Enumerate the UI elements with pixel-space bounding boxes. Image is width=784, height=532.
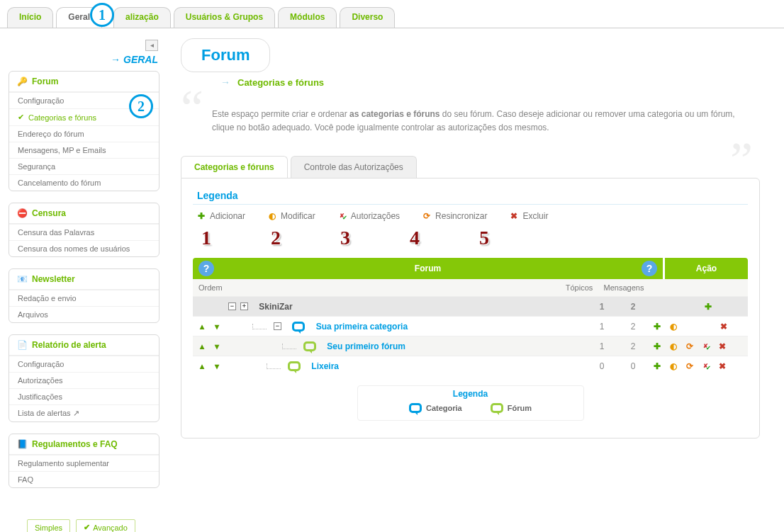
- edit-icon[interactable]: [668, 361, 678, 371]
- sidebar-forum-title: Forum: [32, 77, 58, 86]
- move-up-icon[interactable]: [196, 321, 207, 332]
- move-down-icon[interactable]: [211, 341, 222, 351]
- intro-text-b: as categorias e fóruns: [349, 109, 439, 119]
- legend-add: Adicionar: [196, 210, 245, 221]
- resync-icon: [421, 210, 432, 221]
- tab-personalizacao[interactable]: alização: [113, 7, 171, 28]
- sidebar-item-regulamento[interactable]: Regulamento suplementar: [9, 455, 159, 471]
- row-name[interactable]: SkiniZar: [259, 302, 292, 312]
- ctab-categorias[interactable]: Categorias e fóruns: [181, 156, 288, 178]
- legend-resync: Resincronizar: [421, 210, 487, 221]
- quote-open-icon: “: [181, 94, 203, 124]
- mode-avancado-button[interactable]: ✔Avançado: [76, 519, 135, 532]
- sidebar-item-seguranca[interactable]: Segurança: [9, 158, 159, 174]
- sidebar-geral-link[interactable]: GERAL: [9, 54, 158, 65]
- row-msgs: 2: [617, 298, 649, 316]
- tab-modulos[interactable]: Módulos: [278, 7, 337, 28]
- mode-avancado-label: Avançado: [93, 523, 128, 532]
- col-ordem-label: Ordem: [193, 279, 405, 296]
- quote-close-icon: ”: [730, 145, 753, 176]
- sidebar-item-palavras[interactable]: Censura das Palavras: [9, 224, 159, 240]
- col-topicos-label: Tópicos: [559, 279, 599, 296]
- sidebar-item-rel-config[interactable]: Configuração: [9, 356, 159, 372]
- edit-icon: [267, 210, 277, 221]
- move-up-icon[interactable]: [196, 361, 207, 371]
- tree-expand-icon[interactable]: +: [240, 302, 248, 310]
- sidebar-item-cancelamento[interactable]: Cancelamento do fórum: [9, 174, 159, 191]
- sidebar-item-faq[interactable]: FAQ: [9, 471, 159, 487]
- forum-table-subhead: Ordem Tópicos Mensagens: [193, 279, 748, 296]
- bottom-legend-title: Legenda: [365, 389, 576, 399]
- sidebar-faq-title: Regulamentos e FAQ: [32, 439, 118, 449]
- delete-icon[interactable]: [717, 341, 727, 351]
- mode-simples-button[interactable]: Simples: [27, 519, 70, 532]
- tab-usuarios-grupos[interactable]: Usuários & Grupos: [174, 7, 275, 28]
- annotation-badge-1: 1: [90, 3, 114, 27]
- tree-collapse-icon[interactable]: −: [228, 302, 236, 310]
- sidebar-item-rel-lista[interactable]: Lista de alertas ↗: [9, 404, 159, 421]
- add-icon[interactable]: [651, 321, 662, 332]
- auth-icon[interactable]: [700, 341, 711, 351]
- legend-edit-label: Modificar: [281, 211, 315, 221]
- tab-diverso[interactable]: Diverso: [340, 7, 395, 28]
- ctab-autorizacoes[interactable]: Controle das Autorizações: [291, 156, 417, 178]
- legend-edit: Modificar: [267, 210, 315, 221]
- move-down-icon[interactable]: [211, 361, 222, 371]
- intro-block: “ Este espaço permite criar e ordenar as…: [181, 98, 760, 152]
- legend-num-1: 1: [201, 227, 211, 249]
- delete-icon[interactable]: [717, 361, 727, 371]
- sidebar-item-mensagens[interactable]: Mensagens, MP e Emails: [9, 142, 159, 158]
- edit-icon[interactable]: [668, 321, 678, 332]
- resync-icon[interactable]: [684, 361, 695, 371]
- sidebar-item-arquivos[interactable]: Arquivos: [9, 306, 159, 322]
- legend-num-5: 5: [479, 227, 489, 249]
- help-icon[interactable]: ?: [198, 261, 214, 276]
- add-icon: [196, 210, 206, 221]
- help-icon[interactable]: ?: [642, 261, 657, 276]
- add-icon[interactable]: [651, 341, 662, 351]
- sidebar-pager-prev[interactable]: ◂: [145, 40, 158, 51]
- sidebar-panel-faq: Regulamentos e FAQ Regulamento suplement…: [9, 434, 159, 488]
- move-up-icon[interactable]: [196, 341, 207, 351]
- row-msgs: 2: [617, 337, 649, 356]
- legend-num-4: 4: [410, 227, 420, 249]
- legend-forum-label: Fórum: [508, 404, 532, 412]
- col-action-label: Ação: [663, 258, 748, 279]
- sidebar-relatorio-title: Relatório de alerta: [32, 340, 106, 350]
- add-icon[interactable]: [702, 301, 713, 312]
- row-name[interactable]: Lixeira: [311, 361, 339, 371]
- add-icon[interactable]: [651, 361, 662, 371]
- row-name[interactable]: Sua primeira categoria: [316, 322, 408, 332]
- edit-icon[interactable]: [668, 341, 678, 351]
- legend-categoria-label: Categoria: [426, 404, 462, 412]
- auth-icon: [337, 210, 347, 221]
- forum-table: ? Forum ? Ação Ordem Tópicos Mensagens: [193, 258, 748, 375]
- table-row-forum: Seu primeiro fórum 1 2: [193, 336, 748, 356]
- sidebar-item-redacao[interactable]: Redação e envio: [9, 290, 159, 306]
- row-msgs: 0: [617, 357, 649, 375]
- check-icon: ✔: [18, 113, 24, 122]
- content-tabs: Categorias e fóruns Controle das Autoriz…: [181, 156, 760, 178]
- legend-num-2: 2: [271, 227, 281, 249]
- legend-auth: Autorizações: [337, 210, 400, 221]
- auth-icon[interactable]: [700, 361, 711, 371]
- row-name[interactable]: Seu primeiro fórum: [327, 341, 405, 351]
- move-down-icon[interactable]: [211, 321, 222, 332]
- sidebar-item-nomes[interactable]: Censura dos nomes de usuários: [9, 240, 159, 256]
- delete-icon[interactable]: [718, 321, 729, 332]
- tab-inicio[interactable]: Início: [7, 7, 53, 28]
- row-topics: 1: [586, 317, 617, 336]
- annotation-badge-2: 2: [129, 94, 153, 118]
- ban-icon: [16, 208, 28, 219]
- resync-icon[interactable]: [684, 341, 695, 351]
- intro-text-a: Este espaço permite criar e ordenar: [212, 109, 349, 119]
- sidebar-item-label: Categorias e fóruns: [28, 113, 96, 122]
- sidebar-item-rel-auth[interactable]: Autorizações: [9, 372, 159, 388]
- mail-icon: [16, 273, 28, 285]
- sidebar-item-rel-justif[interactable]: Justificações: [9, 388, 159, 404]
- bottom-legend: Legenda Categoria Fórum: [357, 385, 584, 421]
- tree-collapse-icon[interactable]: −: [274, 322, 281, 330]
- forum-icon: [288, 361, 301, 371]
- sidebar-panel-censura: Censura Censura das Palavras Censura dos…: [9, 203, 159, 257]
- sidebar-item-endereco[interactable]: Endereço do fórum: [9, 125, 159, 142]
